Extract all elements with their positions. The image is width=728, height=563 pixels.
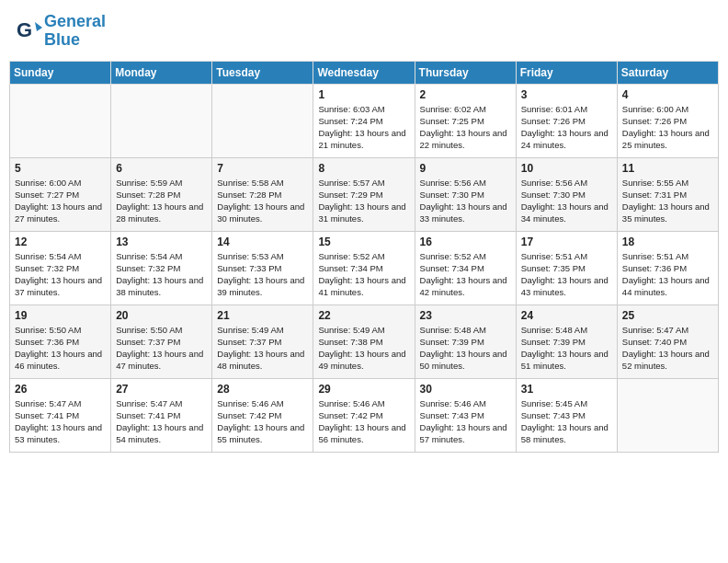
calendar-week-row: 19Sunrise: 5:50 AM Sunset: 7:36 PM Dayli… [10, 304, 719, 378]
day-number: 4 [622, 88, 713, 101]
calendar-cell: 26Sunrise: 5:47 AM Sunset: 7:41 PM Dayli… [10, 378, 111, 452]
day-number: 26 [15, 383, 106, 396]
day-info: Sunrise: 5:51 AM Sunset: 7:35 PM Dayligh… [521, 250, 612, 299]
weekday-header: Tuesday [212, 61, 313, 84]
day-info: Sunrise: 5:56 AM Sunset: 7:30 PM Dayligh… [521, 177, 612, 225]
calendar-cell: 28Sunrise: 5:46 AM Sunset: 7:42 PM Dayli… [212, 378, 313, 452]
day-number: 20 [116, 309, 207, 322]
weekday-header: Wednesday [313, 61, 415, 84]
calendar-cell: 25Sunrise: 5:47 AM Sunset: 7:40 PM Dayli… [617, 304, 718, 378]
calendar-cell: 2Sunrise: 6:02 AM Sunset: 7:25 PM Daylig… [415, 84, 516, 157]
day-number: 16 [420, 236, 511, 248]
day-number: 21 [217, 309, 308, 322]
calendar-cell: 15Sunrise: 5:52 AM Sunset: 7:34 PM Dayli… [313, 231, 415, 304]
calendar-cell [10, 84, 111, 157]
calendar-cell: 31Sunrise: 5:45 AM Sunset: 7:43 PM Dayli… [516, 378, 617, 452]
calendar-cell: 12Sunrise: 5:54 AM Sunset: 7:32 PM Dayli… [10, 231, 111, 304]
calendar-cell: 5Sunrise: 6:00 AM Sunset: 7:27 PM Daylig… [10, 157, 111, 231]
weekday-header-row: SundayMondayTuesdayWednesdayThursdayFrid… [10, 61, 719, 84]
day-number: 24 [521, 309, 612, 322]
logo: G GeneralBlue [17, 13, 106, 50]
svg-text:G: G [17, 18, 32, 41]
day-number: 1 [318, 88, 409, 101]
day-info: Sunrise: 5:47 AM Sunset: 7:41 PM Dayligh… [15, 397, 106, 446]
calendar-cell: 20Sunrise: 5:50 AM Sunset: 7:37 PM Dayli… [111, 304, 212, 378]
day-number: 14 [217, 236, 308, 248]
calendar-cell: 23Sunrise: 5:48 AM Sunset: 7:39 PM Dayli… [415, 304, 516, 378]
weekday-header: Thursday [415, 61, 516, 84]
day-info: Sunrise: 5:58 AM Sunset: 7:28 PM Dayligh… [217, 177, 308, 225]
day-info: Sunrise: 5:50 AM Sunset: 7:37 PM Dayligh… [116, 324, 207, 373]
calendar-cell [111, 84, 212, 157]
day-number: 10 [521, 162, 612, 175]
logo-icon: G [17, 18, 42, 44]
day-info: Sunrise: 5:47 AM Sunset: 7:41 PM Dayligh… [116, 397, 207, 446]
day-info: Sunrise: 5:49 AM Sunset: 7:37 PM Dayligh… [217, 324, 308, 373]
day-info: Sunrise: 6:01 AM Sunset: 7:26 PM Dayligh… [521, 103, 612, 152]
day-number: 19 [15, 309, 106, 322]
day-info: Sunrise: 5:45 AM Sunset: 7:43 PM Dayligh… [521, 397, 612, 446]
calendar-week-row: 12Sunrise: 5:54 AM Sunset: 7:32 PM Dayli… [10, 231, 719, 304]
calendar-cell: 22Sunrise: 5:49 AM Sunset: 7:38 PM Dayli… [313, 304, 415, 378]
calendar-cell: 17Sunrise: 5:51 AM Sunset: 7:35 PM Dayli… [516, 231, 617, 304]
calendar-cell [617, 378, 718, 452]
day-info: Sunrise: 5:54 AM Sunset: 7:32 PM Dayligh… [15, 250, 106, 299]
day-number: 31 [521, 383, 612, 396]
calendar-cell [212, 84, 313, 157]
day-number: 7 [217, 162, 308, 175]
day-info: Sunrise: 5:47 AM Sunset: 7:40 PM Dayligh… [622, 324, 713, 373]
weekday-header: Sunday [10, 61, 111, 84]
day-info: Sunrise: 5:48 AM Sunset: 7:39 PM Dayligh… [420, 324, 511, 373]
weekday-header: Saturday [617, 61, 718, 84]
day-number: 18 [622, 236, 713, 248]
day-info: Sunrise: 5:51 AM Sunset: 7:36 PM Dayligh… [622, 250, 713, 299]
day-number: 22 [318, 309, 409, 322]
day-info: Sunrise: 5:52 AM Sunset: 7:34 PM Dayligh… [318, 250, 409, 299]
calendar-cell: 9Sunrise: 5:56 AM Sunset: 7:30 PM Daylig… [415, 157, 516, 231]
day-info: Sunrise: 5:46 AM Sunset: 7:42 PM Dayligh… [318, 397, 409, 446]
day-info: Sunrise: 5:55 AM Sunset: 7:31 PM Dayligh… [622, 177, 713, 225]
day-info: Sunrise: 5:46 AM Sunset: 7:43 PM Dayligh… [420, 397, 511, 446]
calendar-table: SundayMondayTuesdayWednesdayThursdayFrid… [9, 61, 719, 453]
day-info: Sunrise: 5:46 AM Sunset: 7:42 PM Dayligh… [217, 397, 308, 446]
day-number: 12 [15, 236, 106, 248]
calendar-cell: 3Sunrise: 6:01 AM Sunset: 7:26 PM Daylig… [516, 84, 617, 157]
calendar-cell: 16Sunrise: 5:52 AM Sunset: 7:34 PM Dayli… [415, 231, 516, 304]
day-info: Sunrise: 5:53 AM Sunset: 7:33 PM Dayligh… [217, 250, 308, 299]
day-info: Sunrise: 5:56 AM Sunset: 7:30 PM Dayligh… [420, 177, 511, 225]
calendar-cell: 1Sunrise: 6:03 AM Sunset: 7:24 PM Daylig… [313, 84, 415, 157]
day-number: 29 [318, 383, 409, 396]
day-info: Sunrise: 5:50 AM Sunset: 7:36 PM Dayligh… [15, 324, 106, 373]
day-info: Sunrise: 5:49 AM Sunset: 7:38 PM Dayligh… [318, 324, 409, 373]
calendar-cell: 14Sunrise: 5:53 AM Sunset: 7:33 PM Dayli… [212, 231, 313, 304]
day-number: 11 [622, 162, 713, 175]
svg-marker-1 [35, 22, 42, 31]
calendar-week-row: 5Sunrise: 6:00 AM Sunset: 7:27 PM Daylig… [10, 157, 719, 231]
calendar-cell: 11Sunrise: 5:55 AM Sunset: 7:31 PM Dayli… [617, 157, 718, 231]
day-number: 5 [15, 162, 106, 175]
day-number: 25 [622, 309, 713, 322]
day-info: Sunrise: 5:54 AM Sunset: 7:32 PM Dayligh… [116, 250, 207, 299]
calendar-cell: 19Sunrise: 5:50 AM Sunset: 7:36 PM Dayli… [10, 304, 111, 378]
day-number: 6 [116, 162, 207, 175]
day-info: Sunrise: 5:48 AM Sunset: 7:39 PM Dayligh… [521, 324, 612, 373]
day-number: 9 [420, 162, 511, 175]
weekday-header: Friday [516, 61, 617, 84]
calendar-cell: 10Sunrise: 5:56 AM Sunset: 7:30 PM Dayli… [516, 157, 617, 231]
day-info: Sunrise: 6:02 AM Sunset: 7:25 PM Dayligh… [420, 103, 511, 152]
day-number: 17 [521, 236, 612, 248]
day-info: Sunrise: 5:57 AM Sunset: 7:29 PM Dayligh… [318, 177, 409, 225]
calendar-week-row: 1Sunrise: 6:03 AM Sunset: 7:24 PM Daylig… [10, 84, 719, 157]
day-number: 23 [420, 309, 511, 322]
calendar-cell: 6Sunrise: 5:59 AM Sunset: 7:28 PM Daylig… [111, 157, 212, 231]
day-number: 30 [420, 383, 511, 396]
calendar-cell: 30Sunrise: 5:46 AM Sunset: 7:43 PM Dayli… [415, 378, 516, 452]
day-number: 8 [318, 162, 409, 175]
calendar-cell: 24Sunrise: 5:48 AM Sunset: 7:39 PM Dayli… [516, 304, 617, 378]
calendar-cell: 29Sunrise: 5:46 AM Sunset: 7:42 PM Dayli… [313, 378, 415, 452]
day-info: Sunrise: 5:59 AM Sunset: 7:28 PM Dayligh… [116, 177, 207, 225]
weekday-header: Monday [111, 61, 212, 84]
day-number: 3 [521, 88, 612, 101]
day-info: Sunrise: 6:00 AM Sunset: 7:26 PM Dayligh… [622, 103, 713, 152]
day-number: 13 [116, 236, 207, 248]
